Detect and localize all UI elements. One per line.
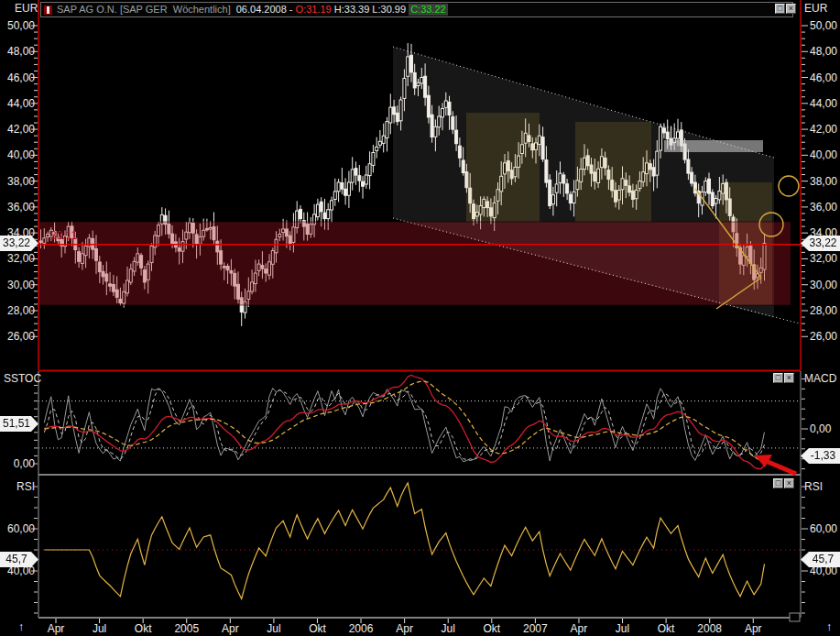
quote-close: C:33.22 <box>409 4 448 16</box>
time-axis-label: Okt <box>483 622 500 635</box>
maximize-button[interactable]: □ <box>775 4 785 14</box>
support-line-value-label: 33,11 <box>50 229 77 242</box>
price-axis-label-right: 28,00 <box>810 304 837 317</box>
main-window-buttons: □ × <box>775 4 796 14</box>
time-axis-label: Okt <box>135 622 152 635</box>
price-axis-label-right: 32,00 <box>810 252 837 265</box>
sstoc-panel-label: SSTOC <box>4 372 41 385</box>
quote-high-low: H:33.39 L:30.99 <box>332 4 409 16</box>
macd-panel-label: MACD <box>804 372 836 385</box>
chart-application-window: EUR EUR SAP AG O.N. [SAP GER Wöchentlich… <box>0 0 840 636</box>
rsi-value-tag-right: 45,7 <box>801 552 840 567</box>
price-axis-label-right: 40,00 <box>810 148 837 161</box>
macd-axis-label: 0,00 <box>810 422 831 435</box>
scroll-right-arrow-icon[interactable]: ↑ <box>826 620 833 633</box>
price-axis-label-right: 36,00 <box>810 201 837 214</box>
price-axis-label-left: 40,00 <box>0 148 35 161</box>
sstoc-axis-label: 0,00 <box>0 457 35 470</box>
time-axis-label: 2007 <box>523 622 548 635</box>
time-axis-label: Apr <box>222 622 239 635</box>
price-axis-label-left: 36,00 <box>0 201 35 214</box>
time-axis-label: 2005 <box>174 622 199 635</box>
time-axis-label: 2008 <box>697 622 722 635</box>
time-axis-label: Jul <box>267 622 280 635</box>
time-axis-label: Okt <box>658 622 675 635</box>
price-axis-label-left: 44,00 <box>0 97 35 110</box>
sstoc-maximize-button[interactable]: □ <box>773 373 783 383</box>
currency-label-left: EUR <box>15 2 38 15</box>
sstoc-close-button[interactable]: × <box>784 373 794 383</box>
chart-canvas[interactable] <box>0 0 840 636</box>
price-axis-label-right: 48,00 <box>810 45 837 58</box>
price-axis-label-left: 50,00 <box>0 19 35 32</box>
time-axis-label: Apr <box>396 622 413 635</box>
price-axis-label-right: 30,00 <box>810 279 837 291</box>
price-axis-label-right: 46,00 <box>810 71 837 84</box>
price-axis-label-left: 42,00 <box>0 123 35 136</box>
price-axis-label-left: 32,00 <box>0 252 35 265</box>
time-axis-label: Okt <box>309 622 326 635</box>
currency-label-right: EUR <box>804 2 827 15</box>
instrument-title: SAP AG O.N. [SAP GER Wöchentlich] <box>57 4 231 16</box>
rsi-window-buttons: □ × <box>773 478 794 488</box>
close-button[interactable]: × <box>786 4 796 14</box>
time-axis-label: Apr <box>571 622 588 635</box>
price-axis-label-left: 38,00 <box>0 175 35 188</box>
title-bar[interactable]: SAP AG O.N. [SAP GER Wöchentlich] 06.04.… <box>40 2 793 17</box>
price-axis-label-right: 42,00 <box>810 123 837 136</box>
price-axis-label-left: 48,00 <box>0 45 35 58</box>
price-axis-label-right: 44,00 <box>810 97 837 110</box>
sstoc-value-tag: 51,51 <box>0 416 38 432</box>
time-axis-label: Jul <box>616 622 629 635</box>
rsi-axis-label-left: 60,00 <box>0 522 35 535</box>
time-axis-label: Apr <box>745 622 762 635</box>
instrument-icon <box>44 5 52 15</box>
time-axis-label: Jul <box>442 622 455 635</box>
price-axis-label-left: 30,00 <box>0 279 35 291</box>
price-axis-label-left: 26,00 <box>0 330 35 343</box>
price-axis-label-left: 46,00 <box>0 71 35 84</box>
rsi-value-tag-left: 45,7 <box>0 552 38 567</box>
price-axis-label-left: 28,00 <box>0 304 35 317</box>
scroll-left-arrow-icon[interactable]: ↑ <box>18 620 25 633</box>
price-axis-label-right: 26,00 <box>810 330 837 343</box>
rsi-panel-label-left: RSI <box>0 480 35 493</box>
time-axis-label: 2006 <box>349 622 374 635</box>
price-axis-label-right: 50,00 <box>810 19 837 32</box>
last-price-tag-left: 33,22 <box>0 236 38 251</box>
macd-value-tag: -1,33 <box>801 448 840 464</box>
rsi-axis-label-right: 60,00 <box>810 522 837 535</box>
rsi-maximize-button[interactable]: □ <box>773 478 783 488</box>
time-axis-label: Apr <box>48 622 65 635</box>
price-axis-label-right: 38,00 <box>810 175 837 188</box>
quote-open: O:31.19 <box>296 4 332 16</box>
sstoc-window-buttons: □ × <box>773 373 794 383</box>
last-price-tag-right: 33,22 <box>801 236 840 251</box>
rsi-panel-label-right: RSI <box>804 480 823 493</box>
rsi-close-button[interactable]: × <box>784 478 794 488</box>
time-axis-label: Jul <box>93 622 106 635</box>
quote-date: 06.04.2008 - <box>236 4 296 16</box>
